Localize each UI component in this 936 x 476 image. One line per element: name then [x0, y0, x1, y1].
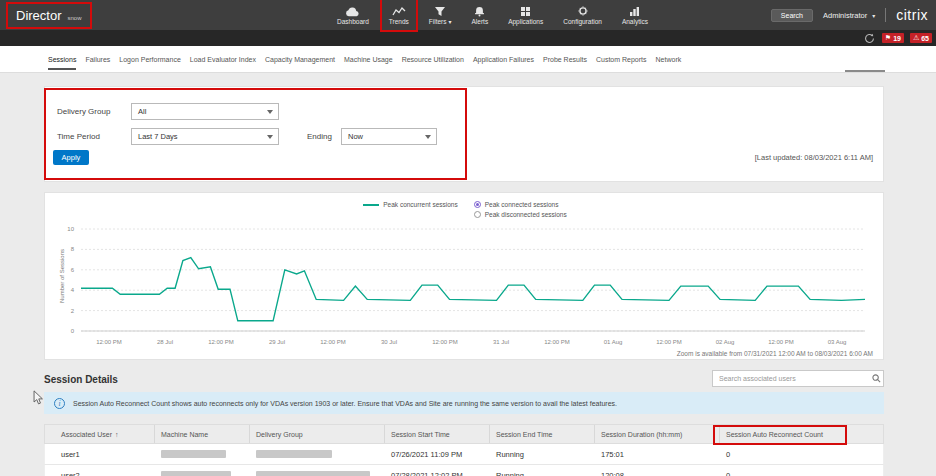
nav-item-filters[interactable]: Filters▾	[422, 0, 459, 30]
dashboard-icon	[345, 5, 360, 17]
cell-session-auto-reconnect-count: 0	[720, 471, 883, 476]
session-details-title: Session Details	[44, 374, 118, 385]
cell-session-start-time: 07/26/2021 11:09 PM	[385, 450, 490, 459]
delivery-group-label: Delivery Group	[57, 107, 110, 116]
sort-ascending-icon: ↑	[115, 431, 119, 438]
nav-item-analytics[interactable]: Analytics	[615, 0, 655, 30]
session-details-table: Associated User ↑ Machine Name Delivery …	[44, 424, 884, 476]
ending-label: Ending	[307, 132, 332, 141]
mouse-cursor	[33, 390, 44, 406]
tab-resource-utilization[interactable]: Resource Utilization	[402, 48, 464, 70]
nav-item-applications[interactable]: Applications	[501, 0, 550, 30]
cell-machine-name	[155, 450, 250, 458]
redacted-delivery-group	[256, 450, 332, 458]
col-associated-user[interactable]: Associated User ↑	[55, 425, 155, 443]
nav-item-dashboard[interactable]: Dashboard	[330, 0, 376, 30]
configuration-gear-icon	[577, 5, 589, 17]
last-updated-text: [Last updated: 08/03/2021 6:11 AM]	[755, 153, 873, 162]
col-machine-name[interactable]: Machine Name	[155, 425, 250, 443]
associated-users-search	[712, 370, 884, 387]
tab-probe-results[interactable]: Probe Results	[543, 48, 587, 70]
warning-alerts-badge[interactable]: ⚠ 65	[910, 33, 932, 43]
nav-item-configuration[interactable]: Configuration	[556, 0, 609, 30]
top-bar: Director snow Dashboard Trends Filters▾	[0, 0, 936, 30]
cell-machine-name	[155, 471, 250, 476]
primary-nav: Dashboard Trends Filters▾ Alerts Appl	[330, 0, 655, 30]
sessions-line-chart[interactable]	[81, 223, 865, 335]
chevron-down-icon: ▾	[449, 19, 452, 25]
radio-selected-icon[interactable]	[474, 201, 481, 208]
flag-icon: ⚑	[885, 34, 891, 42]
info-banner: i Session Auto Reconnect Count shows aut…	[44, 392, 884, 414]
legend-peak-connected[interactable]: Peak connected sessions	[474, 201, 567, 208]
topbar-right: Search Administrator ▾ citrix	[771, 0, 928, 30]
site-name: snow	[68, 15, 82, 21]
analytics-bars-icon	[629, 5, 640, 17]
chevron-down-icon: ▾	[872, 12, 875, 19]
global-search-button[interactable]: Search	[771, 9, 813, 22]
tab-logon-performance[interactable]: Logon Performance	[119, 48, 180, 70]
chart-legend: Peak concurrent sessions Peak connected …	[45, 201, 885, 218]
cell-associated-user: user2	[55, 471, 155, 476]
search-magnifier-icon[interactable]	[869, 374, 883, 383]
delivery-group-dropdown[interactable]: All	[131, 103, 279, 120]
ending-dropdown[interactable]: Now	[341, 128, 437, 145]
x-axis-ticks: 12:00 PM28 Jul12:00 PM29 Jul12:00 PM30 J…	[81, 339, 865, 345]
status-bar: ⚑ 19 ⚠ 65	[0, 30, 936, 46]
legend-peak-disconnected[interactable]: Peak disconnected sessions	[474, 211, 567, 218]
sessions-trend-chart-panel: Peak concurrent sessions Peak connected …	[44, 192, 884, 360]
apply-button[interactable]: Apply	[53, 150, 89, 165]
time-period-dropdown[interactable]: Last 7 Days	[131, 128, 279, 145]
trends-tab-bar: Sessions Failures Logon Performance Load…	[0, 46, 936, 73]
tab-scroll-indicator	[845, 70, 885, 72]
redacted-delivery-group	[256, 471, 370, 476]
tab-application-failures[interactable]: Application Failures	[473, 48, 534, 70]
chevron-down-icon	[267, 135, 273, 139]
legend-peak-concurrent: Peak concurrent sessions	[363, 201, 457, 208]
refresh-icon[interactable]	[864, 32, 876, 44]
cell-session-end-time: Running	[490, 471, 595, 476]
time-period-label: Time Period	[57, 132, 100, 141]
table-header-row: Associated User ↑ Machine Name Delivery …	[44, 424, 884, 444]
director-logo-wrap: Director snow	[8, 4, 90, 27]
radio-unselected-icon[interactable]	[474, 211, 481, 218]
nav-item-alerts[interactable]: Alerts	[465, 0, 496, 30]
associated-users-search-input[interactable]	[713, 375, 869, 382]
trends-icon	[392, 5, 406, 17]
col-session-end-time[interactable]: Session End Time	[490, 425, 595, 443]
table-row[interactable]: user2 07/28/2021 12:02 PM Running 120:08…	[44, 465, 884, 476]
nav-item-trends[interactable]: Trends	[382, 0, 416, 30]
col-session-start-time[interactable]: Session Start Time	[385, 425, 490, 443]
col-session-duration[interactable]: Session Duration (hh:mm)	[595, 425, 720, 443]
line-swatch-icon	[363, 204, 379, 206]
cell-delivery-group	[250, 471, 385, 476]
citrix-director-screen: { "topbar": { "logo": "Director", "site_…	[0, 0, 936, 476]
cell-session-duration: 175:01	[595, 450, 720, 459]
redacted-machine-name	[161, 471, 231, 476]
chevron-down-icon	[425, 135, 431, 139]
warning-icon: ⚠	[913, 34, 919, 42]
table-row[interactable]: user1 07/26/2021 11:09 PM Running 175:01…	[44, 444, 884, 465]
chevron-down-icon	[267, 110, 273, 114]
cell-associated-user: user1	[55, 450, 155, 459]
cell-session-end-time: Running	[490, 450, 595, 459]
col-delivery-group[interactable]: Delivery Group	[250, 425, 385, 443]
alerts-bell-icon	[474, 5, 485, 17]
tab-capacity-management[interactable]: Capacity Management	[265, 48, 335, 70]
user-menu[interactable]: Administrator ▾	[823, 11, 875, 20]
tab-network[interactable]: Network	[656, 48, 682, 70]
tab-failures[interactable]: Failures	[85, 48, 110, 70]
tab-custom-reports[interactable]: Custom Reports	[596, 48, 647, 70]
tab-sessions[interactable]: Sessions	[48, 48, 76, 70]
critical-alerts-badge[interactable]: ⚑ 19	[882, 33, 904, 43]
tab-load-evaluator-index[interactable]: Load Evaluator Index	[190, 48, 256, 70]
zoom-availability-note: Zoom is available from 07/31/2021 12:00 …	[677, 350, 873, 357]
info-icon: i	[54, 398, 65, 409]
col-session-auto-reconnect-count[interactable]: Session Auto Reconnect Count	[720, 425, 883, 443]
director-logo: Director	[16, 8, 62, 23]
filter-panel: Delivery Group All Time Period Last 7 Da…	[44, 86, 884, 182]
filters-icon	[434, 5, 446, 17]
divider	[885, 8, 886, 22]
citrix-logo: citrix	[896, 7, 928, 23]
tab-machine-usage[interactable]: Machine Usage	[344, 48, 393, 70]
